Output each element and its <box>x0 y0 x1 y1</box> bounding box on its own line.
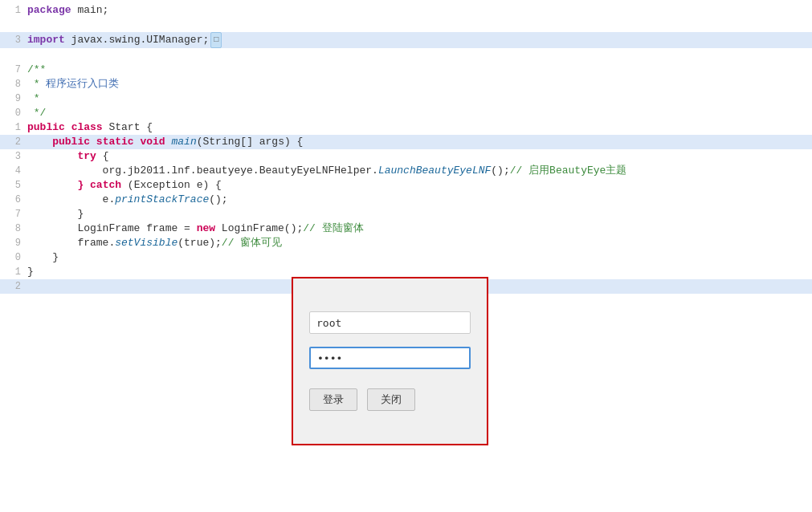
line-content: e.printStackTrace(); <box>27 193 812 207</box>
line-number: 9 <box>3 91 27 106</box>
line-number: 1 <box>3 265 27 279</box>
line-number: 8 <box>3 77 27 91</box>
line-number: 0 <box>3 106 27 120</box>
code-line <box>0 48 812 63</box>
line-number: 1 <box>3 3 27 18</box>
code-line: 7/** <box>0 63 812 77</box>
login-dialog: 登录 关闭 <box>292 277 488 445</box>
line-number: 2 <box>3 135 27 149</box>
line-content: * 程序运行入口类 <box>27 77 812 91</box>
code-line: 1public class Start { <box>0 120 812 135</box>
code-line: 0 } <box>0 250 812 265</box>
line-content: } catch (Exception e) { <box>27 178 812 193</box>
line-number: 3 <box>3 33 27 47</box>
code-line: 2 public static void main(String[] args)… <box>0 135 812 149</box>
line-number: 3 <box>3 149 27 164</box>
line-content: import javax.swing.UIManager;□ <box>27 32 812 48</box>
line-content: */ <box>27 106 812 120</box>
code-line: 9 frame.setVisible(true);// 窗体可见 <box>0 236 812 250</box>
line-number: 8 <box>3 221 27 236</box>
code-line: 1package main; <box>0 3 812 18</box>
line-content: public static void main(String[] args) { <box>27 135 812 149</box>
line-content: * <box>27 91 812 106</box>
login-fields <box>309 311 471 369</box>
line-number: 9 <box>3 236 27 250</box>
code-line <box>0 18 812 32</box>
line-number: 1 <box>3 120 27 135</box>
line-number: 7 <box>3 63 27 77</box>
line-number: 2 <box>3 279 27 294</box>
line-content: LoginFrame frame = new LoginFrame();// 登… <box>27 221 812 236</box>
line-content: public class Start { <box>27 120 812 135</box>
line-content: } <box>27 207 812 221</box>
close-button[interactable]: 关闭 <box>367 388 415 411</box>
line-content: /** <box>27 63 812 77</box>
code-line: 6 e.printStackTrace(); <box>0 193 812 207</box>
code-line: 5 } catch (Exception e) { <box>0 178 812 193</box>
username-input[interactable] <box>309 311 471 334</box>
code-editor: 1package main;3import javax.swing.UIMana… <box>0 0 812 297</box>
code-line: 8 * 程序运行入口类 <box>0 77 812 91</box>
code-line: 9 * <box>0 91 812 106</box>
line-content: } <box>27 250 812 265</box>
line-content: try { <box>27 149 812 164</box>
password-input[interactable] <box>309 347 471 369</box>
code-line: 8 LoginFrame frame = new LoginFrame();//… <box>0 221 812 236</box>
code-line: 3 try { <box>0 149 812 164</box>
line-number: 0 <box>3 250 27 265</box>
line-number: 6 <box>3 193 27 207</box>
line-content: org.jb2011.lnf.beautyeye.BeautyEyeLNFHel… <box>27 164 812 178</box>
login-button[interactable]: 登录 <box>309 388 357 411</box>
line-content: frame.setVisible(true);// 窗体可见 <box>27 236 812 250</box>
code-line: 7 } <box>0 207 812 221</box>
line-number: 7 <box>3 207 27 221</box>
login-button-row: 登录 关闭 <box>309 388 471 411</box>
code-line: 3import javax.swing.UIManager;□ <box>0 32 812 48</box>
code-line: 0 */ <box>0 106 812 120</box>
line-number: 4 <box>3 164 27 178</box>
code-line: 4 org.jb2011.lnf.beautyeye.BeautyEyeLNFH… <box>0 164 812 178</box>
line-number: 5 <box>3 178 27 193</box>
line-content: package main; <box>27 3 812 18</box>
